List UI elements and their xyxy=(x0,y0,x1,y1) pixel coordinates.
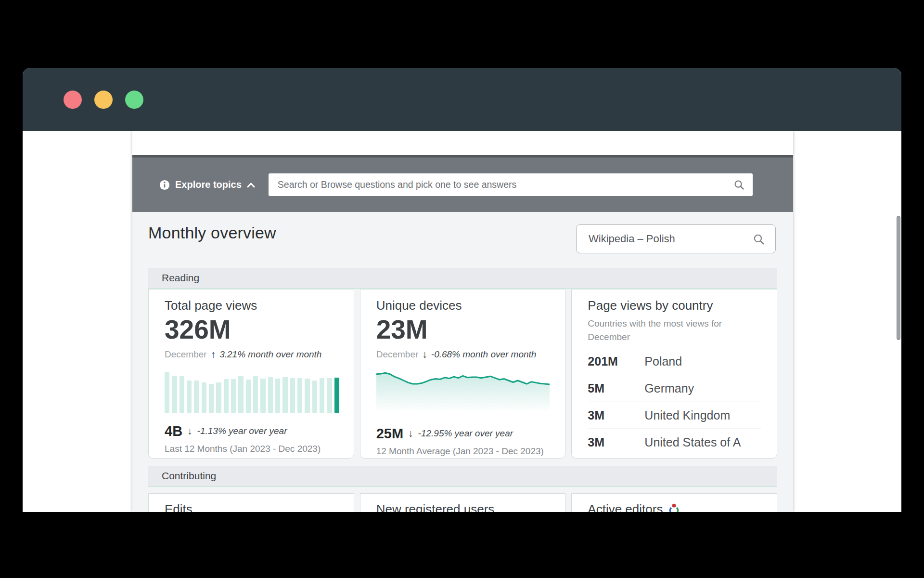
project-selector-value: Wikipedia – Polish xyxy=(577,233,753,245)
section-header-contributing: Contributing xyxy=(148,466,777,487)
project-selector[interactable]: Wikipedia – Polish xyxy=(576,224,776,253)
card-page-views-by-country[interactable]: Page views by country Countries with the… xyxy=(571,289,777,459)
bar xyxy=(202,382,206,412)
year-over-year-change: -1.13% year over year xyxy=(197,426,287,436)
trend-down-arrow-icon: ↓ xyxy=(187,425,192,437)
column-top-gap xyxy=(132,131,793,155)
bar xyxy=(260,379,265,413)
country-name: United Kingdom xyxy=(644,408,730,422)
month-over-month-change: -0.68% month over month xyxy=(431,349,537,360)
card-title: Active editors xyxy=(588,502,663,512)
section-label: Contributing xyxy=(162,470,216,482)
card-title: Page views by country xyxy=(588,298,761,313)
metric-value: 23M xyxy=(376,315,550,344)
bar xyxy=(305,379,309,413)
card-edits[interactable]: Edits xyxy=(148,493,354,512)
close-window-button[interactable] xyxy=(64,91,82,109)
bar xyxy=(165,372,169,413)
minimize-window-button[interactable] xyxy=(94,91,113,109)
table-row: 3M United States of A xyxy=(588,429,761,456)
question-search xyxy=(269,173,753,196)
bar xyxy=(312,381,317,412)
devices-area-chart xyxy=(376,370,550,412)
table-row: 201M Poland xyxy=(588,348,761,375)
browser-window: Explore topics Monthly overview xyxy=(23,68,901,512)
table-row: 3M United Kingdom xyxy=(588,402,761,429)
metric-value: 326M xyxy=(165,315,338,344)
card-total-page-views[interactable]: Total page views 326M December ↑ 3.21% m… xyxy=(148,289,354,459)
section-header-reading: Reading xyxy=(148,268,777,289)
page-body: Explore topics Monthly overview xyxy=(23,131,901,512)
maximize-window-button[interactable] xyxy=(125,91,143,109)
card-subtitle: Countries with the most views for Decemb… xyxy=(588,317,746,343)
card-active-editors[interactable]: Active editors xyxy=(571,493,777,512)
wikimedia-community-icon xyxy=(667,503,680,512)
country-views: 3M xyxy=(588,408,644,422)
trend-down-arrow-icon: ↓ xyxy=(422,349,427,360)
metric-period: December xyxy=(165,349,207,360)
country-views: 3M xyxy=(588,435,644,449)
explore-topics-label: Explore topics xyxy=(175,179,242,190)
card-unique-devices[interactable]: Unique devices 23M December ↓ -0.68% mon… xyxy=(360,289,566,459)
date-range: 12 Month Average (Jan 2023 - Dec 2023) xyxy=(376,446,550,457)
trend-up-arrow-icon: ↑ xyxy=(211,349,216,360)
project-search-icon xyxy=(753,233,765,245)
card-title: Total page views xyxy=(165,298,338,313)
section-label: Reading xyxy=(162,272,199,284)
card-title: Edits xyxy=(165,502,338,512)
question-search-input[interactable] xyxy=(269,173,753,196)
bar xyxy=(187,381,192,412)
bar xyxy=(297,378,302,412)
bar xyxy=(268,377,273,413)
card-title: Unique devices xyxy=(376,298,550,313)
country-views: 5M xyxy=(588,381,644,395)
yoy-value: 4B xyxy=(165,423,182,439)
date-range: Last 12 Months (Jan 2023 - Dec 2023) xyxy=(165,444,338,454)
yoy-value: 25M xyxy=(376,426,403,442)
bar xyxy=(238,376,243,412)
chevron-up-icon xyxy=(247,182,255,188)
pageviews-bar-chart xyxy=(165,372,339,413)
content-column: Explore topics Monthly overview xyxy=(132,131,793,512)
table-row: 5M Germany xyxy=(588,375,761,402)
bar xyxy=(224,379,229,413)
trend-down-arrow-icon: ↓ xyxy=(408,428,413,439)
bar xyxy=(209,384,214,413)
bar xyxy=(194,381,199,412)
country-name: Poland xyxy=(644,355,682,368)
topbar: Explore topics xyxy=(132,155,793,212)
search-icon xyxy=(733,179,744,190)
bar xyxy=(290,378,295,412)
country-name: Germany xyxy=(644,381,694,395)
bar xyxy=(180,376,184,413)
bar xyxy=(327,378,332,412)
bar xyxy=(231,379,236,413)
info-icon xyxy=(159,180,170,190)
month-over-month-change: 3.21% month over month xyxy=(219,349,321,360)
bar xyxy=(216,382,221,413)
bar xyxy=(275,379,280,413)
year-over-year-change: -12.95% year over year xyxy=(418,428,513,439)
window-titlebar xyxy=(23,68,901,131)
bar xyxy=(253,376,258,413)
explore-topics-button[interactable]: Explore topics xyxy=(159,179,255,190)
country-views: 201M xyxy=(588,355,644,368)
vertical-scrollbar[interactable] xyxy=(897,216,900,340)
card-new-registered-users[interactable]: New registered users xyxy=(360,493,566,512)
bar xyxy=(282,377,287,413)
bar xyxy=(334,378,339,412)
country-table: 201M Poland 5M Germany 3M United Kingdom xyxy=(588,348,761,456)
metric-period: December xyxy=(376,349,419,360)
country-name: United States of A xyxy=(644,435,741,449)
bar xyxy=(172,376,177,413)
bar xyxy=(320,378,324,412)
card-title: New registered users xyxy=(376,502,550,512)
bar xyxy=(246,380,251,412)
dashboard-page: Monthly overview Wikipedia – Polish Read… xyxy=(132,212,793,512)
